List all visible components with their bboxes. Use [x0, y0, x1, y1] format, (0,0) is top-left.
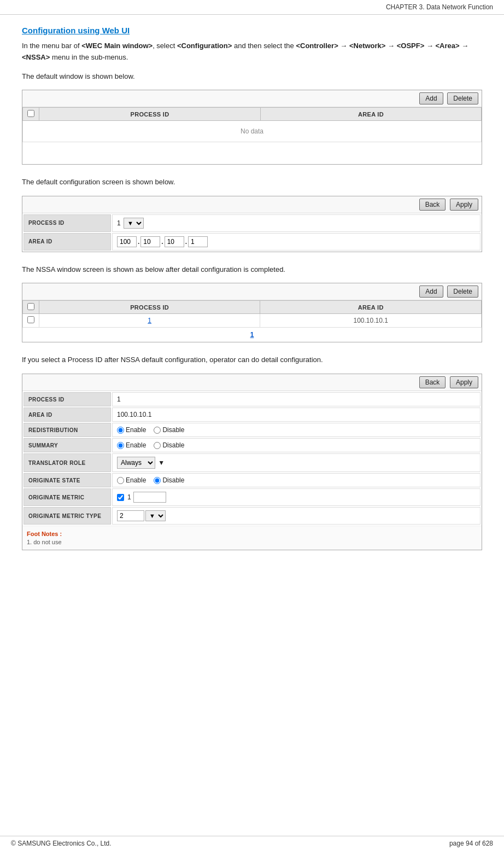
table1-col-area-id: AREA ID [261, 108, 482, 121]
form2-originate-metric-row: ORIGINATE METRIC 1 [24, 488, 480, 506]
table2-select-all[interactable] [27, 303, 34, 310]
footer-copyright: © SAMSUNG Electronics Co., Ltd. [11, 840, 112, 847]
table-row: 1 100.10.10.1 [23, 314, 482, 328]
form2-translator-role-value: Always ▼ [112, 453, 480, 472]
table2-row1-cb [23, 314, 39, 328]
summary-disable-label[interactable]: Disable [154, 441, 184, 449]
summary-enable-radio[interactable] [117, 442, 124, 449]
summary-enable-label[interactable]: Enable [117, 441, 146, 449]
form1-area-octet1[interactable] [117, 236, 137, 247]
form2-translator-role-select[interactable]: Always [117, 457, 155, 469]
wec-main-window-ref: <WEC Main window> [81, 42, 153, 50]
form2-originate-metric-type-row: ORIGINATE METRIC TYPE ▼ [24, 507, 480, 525]
paragraph-1: In the menu bar of <WEC Main window>, se… [22, 40, 482, 63]
originate-metric-group: 1 [117, 492, 476, 503]
form1-toolbar: Back Apply [22, 196, 482, 213]
table2-page-link[interactable]: 1 [250, 331, 254, 339]
form2-originate-state-row: ORIGINATE STATE Enable Disable [24, 473, 480, 487]
form1-area-octet2[interactable] [140, 236, 160, 247]
form1-process-id-value: 1 ▼ [112, 214, 480, 232]
form1-back-button[interactable]: Back [419, 199, 446, 211]
table1-no-data: No data [23, 121, 482, 142]
form1-process-id-row: PROCESS ID 1 ▼ [24, 214, 480, 232]
form2-summary-label: SUMMARY [24, 438, 111, 452]
form2-process-id-value: 1 [112, 392, 480, 406]
network-ref: <Network> [349, 42, 385, 50]
table2-row1-area-id: 100.10.10.1 [260, 314, 482, 328]
table2-delete-button[interactable]: Delete [447, 286, 478, 298]
form2-redistribution-label: REDISTRIBUTION [24, 423, 111, 437]
nssa-configured-panel: Add Delete PROCESS ID AREA ID 1 100.10.1… [22, 283, 482, 342]
table2-row1-checkbox[interactable] [27, 316, 34, 323]
summary-disable-radio[interactable] [154, 442, 161, 449]
table1-select-all[interactable] [27, 110, 34, 117]
originate-state-disable-label[interactable]: Disable [154, 476, 184, 484]
form2-originate-metric-label: ORIGINATE METRIC [24, 488, 111, 506]
form2-process-id-row: PROCESS ID 1 [24, 392, 480, 406]
page-content: Configuration using Web UI In the menu b… [0, 15, 504, 595]
area-ref: <Area> [436, 42, 460, 50]
redistribution-enable-label[interactable]: Enable [117, 426, 146, 434]
table1: PROCESS ID AREA ID No data [22, 107, 482, 164]
form2-summary-value: Enable Disable [112, 438, 480, 452]
originate-metric-num: 1 [127, 493, 131, 501]
configuration-ref: <Configuration> [177, 42, 232, 50]
redistribution-disable-label[interactable]: Disable [154, 426, 184, 434]
form2-area-id-value: 100.10.10.1 [112, 407, 480, 422]
form1-process-id-select[interactable]: ▼ [124, 218, 144, 229]
table2-link-row: 1 [23, 328, 482, 342]
paragraph-3: The default configuration screen is show… [22, 177, 482, 188]
form1-area-id-value: . . . [112, 233, 480, 251]
form1-area-id-label: AREA ID [24, 233, 111, 251]
paragraph-2: The default window is shown below. [22, 71, 482, 83]
chapter-title: CHAPTER 3. Data Network Function [386, 3, 493, 11]
originate-metric-input[interactable] [133, 492, 166, 503]
originate-metric-type-input[interactable] [117, 510, 144, 521]
translator-dropdown-icon: ▼ [158, 459, 165, 467]
section-title: Configuration using Web UI [22, 26, 482, 35]
paragraph-4: The NSSA window screen is shown as below… [22, 264, 482, 276]
form2-apply-button[interactable]: Apply [450, 376, 478, 388]
nssa-ref: <NSSA> [22, 53, 50, 61]
table1-delete-button[interactable]: Delete [447, 92, 478, 104]
table1-add-button[interactable]: Add [419, 92, 443, 104]
form2-originate-state-label: ORIGINATE STATE [24, 473, 111, 487]
originate-state-radio-group: Enable Disable [117, 476, 476, 484]
originate-metric-type-group: ▼ [117, 510, 476, 521]
redistribution-disable-radio[interactable] [154, 427, 161, 434]
form2-table: PROCESS ID 1 AREA ID 100.10.10.1 REDISTR… [22, 391, 482, 526]
footnotes-title: Foot Notes : [27, 531, 477, 537]
form2-originate-metric-type-label: ORIGINATE METRIC TYPE [24, 507, 111, 525]
table2-col-area-id: AREA ID [260, 301, 482, 314]
originate-metric-checkbox[interactable] [117, 494, 124, 501]
paragraph-5: If you select a Process ID after NSSA de… [22, 354, 482, 366]
table2-toolbar: Add Delete [22, 283, 482, 300]
redistribution-enable-radio[interactable] [117, 427, 124, 434]
table1-toolbar: Add Delete [22, 90, 482, 107]
form2-originate-metric-type-value: ▼ [112, 507, 480, 525]
page-footer: © SAMSUNG Electronics Co., Ltd. page 94 … [0, 836, 504, 851]
form2-area-id-text: 100.10.10.1 [117, 411, 151, 418]
originate-state-enable-label[interactable]: Enable [117, 476, 146, 484]
form2-redistribution-row: REDISTRIBUTION Enable Disable [24, 423, 480, 437]
table2-add-button[interactable]: Add [419, 286, 443, 298]
form1-area-octet3[interactable] [165, 236, 184, 247]
form1-area-octet4[interactable] [188, 236, 208, 247]
originate-state-enable-radio[interactable] [117, 477, 124, 484]
originate-metric-type-select[interactable]: ▼ [145, 510, 166, 521]
form2-redistribution-value: Enable Disable [112, 423, 480, 437]
table2: PROCESS ID AREA ID 1 100.10.10.1 1 [22, 300, 482, 342]
summary-radio-group: Enable Disable [117, 441, 476, 449]
form2-back-button[interactable]: Back [419, 376, 446, 388]
form2-area-id-label: AREA ID [24, 407, 111, 422]
footnotes-section: Foot Notes : 1. do not use [22, 526, 482, 550]
table2-col-cb [23, 301, 39, 314]
form1-table: PROCESS ID 1 ▼ AREA ID . . [22, 213, 482, 252]
page-header: CHAPTER 3. Data Network Function [0, 0, 504, 15]
form1-apply-button[interactable]: Apply [450, 199, 478, 211]
form1-area-id-row: AREA ID . . . [24, 233, 480, 251]
form1-process-id-num: 1 [117, 219, 121, 227]
originate-state-disable-radio[interactable] [154, 477, 161, 484]
default-window-panel: Add Delete PROCESS ID AREA ID No data [22, 90, 482, 165]
table2-row1-process-id[interactable]: 1 [39, 314, 260, 328]
